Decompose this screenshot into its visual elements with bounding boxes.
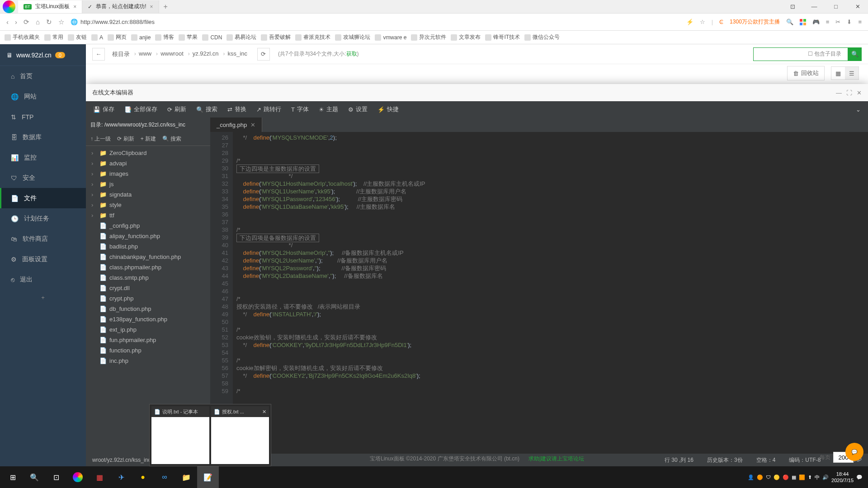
code-lines[interactable]: */ define('MYSQLSYNCMODE',2);/*下边四项是主服数据… (233, 132, 868, 454)
nav-home-icon[interactable]: ⌂ (36, 18, 40, 26)
tree-file[interactable]: 📄function.php (86, 345, 210, 356)
sidebar-item-shield[interactable]: 🛡安全 (0, 168, 86, 188)
editor-close-icon[interactable]: ✕ (857, 89, 862, 96)
bookmark-item[interactable]: anjie (131, 34, 151, 41)
tree-file[interactable]: 📄chinabankpay_function.php (86, 252, 210, 262)
tray-icon[interactable]: 🟡 (774, 474, 780, 480)
tree-folder[interactable]: ›📁ZeroClipboard (86, 148, 210, 158)
sidebar-item-task[interactable]: 🕒计划任务 (0, 208, 86, 229)
editor-tb-7[interactable]: ☀主题 (319, 105, 338, 113)
tree-folder[interactable]: ›📁signdata (86, 189, 210, 200)
tray-volume-icon[interactable]: 🔊 (822, 474, 829, 480)
nav-refresh-icon[interactable]: ⟳ (24, 18, 29, 26)
tree-action[interactable]: ⟳ 刷新 (117, 135, 134, 143)
breadcrumb-item[interactable]: yz.92zl.cn (188, 48, 223, 60)
tray-icon[interactable]: 🟠 (757, 474, 763, 480)
start-button[interactable]: ⊞ (2, 466, 24, 488)
new-tab-button[interactable]: + (159, 3, 172, 11)
bookmark-item[interactable]: 锋哥IT技术 (485, 33, 520, 41)
sidebar-item-monitor[interactable]: 📊监控 (0, 147, 86, 168)
breadcrumb-item[interactable]: kss_inc (223, 48, 252, 60)
path-refresh-button[interactable]: ⟳ (257, 48, 270, 61)
win-close-icon[interactable]: ✕ (847, 0, 868, 13)
sidebar-item-db[interactable]: 🗄数据库 (0, 127, 86, 147)
taskbar-app-icon[interactable]: ● (132, 466, 154, 488)
win-menu-icon[interactable]: ⊡ (782, 0, 803, 13)
tab-close-icon[interactable]: × (73, 4, 76, 10)
tree-folder[interactable]: ›📁images (86, 169, 210, 179)
taskview-icon[interactable]: ⊡ (45, 466, 67, 488)
search-hint[interactable]: 1300万公款打赏主播 (730, 18, 780, 26)
bookmark-item[interactable]: A (91, 34, 103, 41)
nav-restore-icon[interactable]: ↻ (46, 18, 52, 26)
bookmark-item[interactable]: CDN (202, 34, 222, 41)
recycle-bin-button[interactable]: 🗑 回收站 (787, 66, 825, 80)
code-tab-active[interactable]: _config.php ✕ (210, 117, 262, 132)
search-icon[interactable]: 🔍 (786, 19, 793, 25)
tree-folder[interactable]: ›📁style (86, 200, 210, 210)
gamepad-icon[interactable]: 🎮 (812, 19, 820, 25)
editor-maximize-icon[interactable]: ⛶ (846, 89, 852, 96)
bookmark-item[interactable]: 文章发布 (451, 33, 481, 41)
bookmark-item[interactable]: 异次元软件 (411, 33, 446, 41)
bookmark-item[interactable]: 博客 (155, 33, 174, 41)
sidebar-item-store[interactable]: 🛍软件商店 (0, 229, 86, 249)
tab-close-icon[interactable]: × (150, 4, 153, 10)
search-engine-icon[interactable]: Ͼ (719, 19, 723, 25)
sidebar-item-logout[interactable]: ⎋退出 (0, 269, 86, 290)
tray-icon[interactable]: ⬆ (808, 474, 812, 480)
file-search-input[interactable]: ☐ 包含子目录 (753, 47, 848, 61)
nav-favorite-icon[interactable]: ☆ (58, 18, 64, 26)
breadcrumb-item[interactable]: www (134, 48, 156, 60)
tree-file[interactable]: 📄_config.php (86, 221, 210, 231)
taskbar-clock[interactable]: 18:44 2020/7/15 (831, 471, 854, 483)
tree-file[interactable]: 📄fun.phpmailer.php (86, 335, 210, 345)
tree-action[interactable]: + 新建 (141, 135, 156, 143)
browser-tab-0[interactable]: BT 宝塔Linux面板 × (18, 0, 82, 13)
toolbar-chevron-icon[interactable]: ⌄ (856, 106, 861, 113)
tray-icon[interactable]: ▦ (792, 474, 796, 480)
tray-ime-icon[interactable]: 中 (815, 474, 820, 481)
bookmark-item[interactable]: 友链 (68, 33, 87, 41)
tray-icon[interactable]: 🔴 (783, 474, 789, 480)
notifications-icon[interactable]: 💬 (856, 474, 863, 480)
bookmark-item[interactable]: 苹果 (179, 33, 198, 41)
tray-icon[interactable]: 👤 (748, 474, 754, 480)
browser-tab-1[interactable]: ✓ 恭喜，站点创建成功! × (82, 0, 159, 13)
bookmark-item[interactable]: 易易论坛 (226, 33, 256, 41)
tree-file[interactable]: 📄db_function.php (86, 304, 210, 314)
editor-tb-9[interactable]: ⚡快捷 (377, 105, 399, 113)
editor-tb-2[interactable]: ⟳刷新 (167, 105, 186, 113)
bookmark-item[interactable]: vmware e (375, 34, 406, 41)
tree-file[interactable]: 📄alipay_function.php (86, 231, 210, 241)
tree-action[interactable]: ↑ 上一级 (90, 135, 111, 143)
editor-tb-6[interactable]: T字体 (291, 105, 309, 113)
sidebar-item-file[interactable]: 📄文件 (0, 188, 86, 208)
tree-file[interactable]: 📄inc.php (86, 356, 210, 366)
editor-tb-3[interactable]: 🔍搜索 (196, 105, 217, 113)
preview-close-icon[interactable]: ✕ (262, 409, 266, 415)
tree-action[interactable]: 🔍 搜索 (162, 135, 181, 143)
tree-folder[interactable]: ›📁advapi (86, 158, 210, 169)
preview-window-1[interactable]: 📄授权.txt ...✕ (211, 406, 269, 464)
sidebar-item-globe[interactable]: 🌐网站 (0, 86, 86, 107)
nav-forward-icon[interactable]: › (15, 18, 17, 26)
sidebar-item-ftp[interactable]: ⇅FTP (0, 107, 86, 127)
hamburger-icon[interactable]: ≡ (858, 19, 862, 25)
bookmark-item[interactable]: 微信公众号 (524, 33, 560, 41)
tree-file[interactable]: 📄ext_ip.php (86, 324, 210, 335)
bookmark-item[interactable]: 网页 (108, 33, 127, 41)
code-editor[interactable]: _config.php ✕ 26272829303132333435363738… (210, 117, 868, 454)
win-maximize-icon[interactable]: □ (826, 0, 846, 13)
tree-file[interactable]: 📄crypt.php (86, 293, 210, 304)
breadcrumb-item[interactable]: wwwroot (156, 48, 188, 60)
tree-file[interactable]: 📄class.smtp.php (86, 272, 210, 283)
tree-file[interactable]: 📄class.phpmailer.php (86, 262, 210, 272)
addr-star-icon[interactable]: ☆ (700, 19, 705, 25)
sidebar-add-button[interactable]: + (0, 290, 86, 305)
chat-bubble-icon[interactable]: 💬 (845, 443, 863, 461)
scissors-icon[interactable]: ✂ (835, 19, 840, 25)
editor-tb-4[interactable]: ⇄替换 (227, 105, 246, 113)
addr-action-icon[interactable]: ⚡ (686, 19, 693, 25)
taskbar-app-icon[interactable]: 📁 (175, 466, 197, 488)
